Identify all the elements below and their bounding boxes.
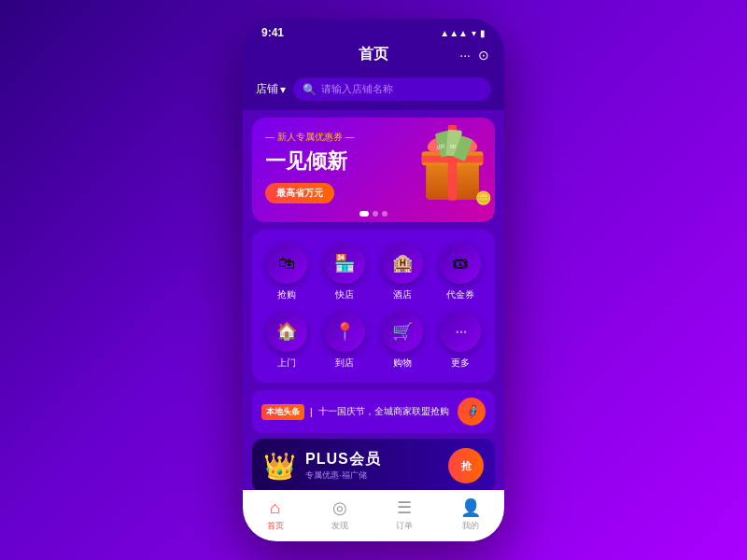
profile-nav-icon: 👤 [460,497,481,518]
flash-sale-icon: 🛍 [266,243,307,284]
news-text: 十一国庆节，全城商家联盟抢购 [318,405,452,418]
hotel-label: 酒店 [393,288,412,301]
category-flash-sale[interactable]: 🛍 抢购 [260,243,314,301]
news-tag: 本地头条 [261,404,304,420]
nav-orders[interactable]: ☰ 订单 [396,497,413,532]
signal-icon: ▲▲▲ [440,28,468,38]
more-icon[interactable]: ··· [459,48,471,63]
quick-store-label: 快店 [335,288,354,301]
category-shopping[interactable]: 🛒 购物 [375,311,430,370]
category-row-1: 🛍 抢购 🏪 快店 🏨 酒店 🎟 代金券 [258,243,489,301]
search-placeholder: 请输入店铺名称 [321,82,393,96]
banner-dots [359,211,388,217]
status-bar: 9:41 ▲▲▲ ▾ ▮ [243,19,504,43]
bottom-nav: ⌂ 首页 ◎ 发现 ☰ 订单 👤 我的 [243,490,504,541]
shopping-label: 购物 [393,357,412,370]
voucher-icon: 🎟 [440,243,481,284]
chevron-down-icon: ▾ [280,83,286,96]
page-title: 首页 [359,45,388,64]
flash-sale-label: 抢购 [277,288,296,301]
phone-frame: 9:41 ▲▲▲ ▾ ▮ 首页 ··· ⊙ 店铺 ▾ 🔍 请输入店铺名称 — 新… [243,19,504,541]
nav-discover[interactable]: ◎ 发现 [331,497,348,532]
search-input-wrap[interactable]: 🔍 请输入店铺名称 [293,77,491,101]
search-icon: 🔍 [303,83,317,96]
home-service-icon: 🏠 [266,311,307,352]
home-nav-label: 首页 [267,520,284,532]
nav-home[interactable]: ⌂ 首页 [267,498,284,532]
store-select[interactable]: 店铺 ▾ [256,81,286,97]
more-label: 更多 [451,357,470,370]
banner-button[interactable]: 最高省万元 [265,183,334,203]
plus-title: PLUS会员 [305,450,439,469]
scroll-content[interactable]: — 新人专属优惠券 — 一见倾新 最高省万元 [243,110,504,490]
target-icon[interactable]: ⊙ [478,48,489,63]
news-mascot: 🦸 [458,398,486,426]
status-icons: ▲▲▲ ▾ ▮ [440,28,486,38]
category-row-2: 🏠 上门 📍 到店 🛒 购物 ··· 更多 [258,311,489,370]
hotel-icon: 🏨 [382,243,423,284]
more-icon: ··· [440,311,481,352]
battery-icon: ▮ [480,28,486,38]
category-section: 🛍 抢购 🏪 快店 🏨 酒店 🎟 代金券 🏠 [252,230,495,383]
profile-nav-label: 我的 [462,520,479,532]
nav-profile[interactable]: 👤 我的 [460,497,481,532]
category-hotel[interactable]: 🏨 酒店 [375,243,430,301]
promo-banner[interactable]: — 新人专属优惠券 — 一见倾新 最高省万元 [252,118,495,222]
plus-subtitle: 专属优惠·福广储 [305,469,439,482]
plus-grab-button[interactable]: 抢 [448,448,484,483]
category-voucher[interactable]: 🎟 代金券 [433,243,487,301]
quick-store-icon: 🏪 [324,243,365,284]
search-bar: 店铺 ▾ 🔍 请输入店铺名称 [243,72,504,110]
voucher-label: 代金券 [446,288,474,301]
svg-rect-4 [422,156,484,163]
news-ticker[interactable]: 本地头条 | 十一国庆节，全城商家联盟抢购 🦸 [252,390,495,433]
header-icons: ··· ⊙ [459,48,489,63]
news-divider: | [310,407,313,417]
orders-nav-icon: ☰ [397,497,412,518]
category-more[interactable]: ··· 更多 [433,311,487,370]
orders-nav-label: 订单 [396,520,413,532]
plus-text: PLUS会员 专属优惠·福广储 [305,450,439,482]
dot-1 [359,211,369,217]
visit-store-label: 到店 [335,357,354,370]
home-service-label: 上门 [277,357,296,370]
store-label: 店铺 [256,81,278,97]
dot-2 [373,211,378,217]
category-quick-store[interactable]: 🏪 快店 [317,243,372,301]
dot-3 [382,211,388,217]
visit-store-icon: 📍 [324,311,365,352]
status-time: 9:41 [261,26,284,39]
plus-crown-icon: 👑 [263,451,296,482]
discover-nav-icon: ◎ [332,497,347,518]
plus-banner[interactable]: 👑 PLUS会员 专属优惠·福广储 抢 [252,439,495,490]
svg-text:50: 50 [450,143,457,149]
wifi-icon: ▾ [472,28,476,38]
home-nav-icon: ⌂ [270,498,280,518]
category-visit-store[interactable]: 📍 到店 [317,311,372,370]
discover-nav-label: 发现 [331,520,348,532]
category-home-service[interactable]: 🏠 上门 [260,311,314,370]
coins-decoration: 🪙 [475,190,491,205]
header: 首页 ··· ⊙ [243,43,504,72]
shopping-icon: 🛒 [382,311,423,352]
